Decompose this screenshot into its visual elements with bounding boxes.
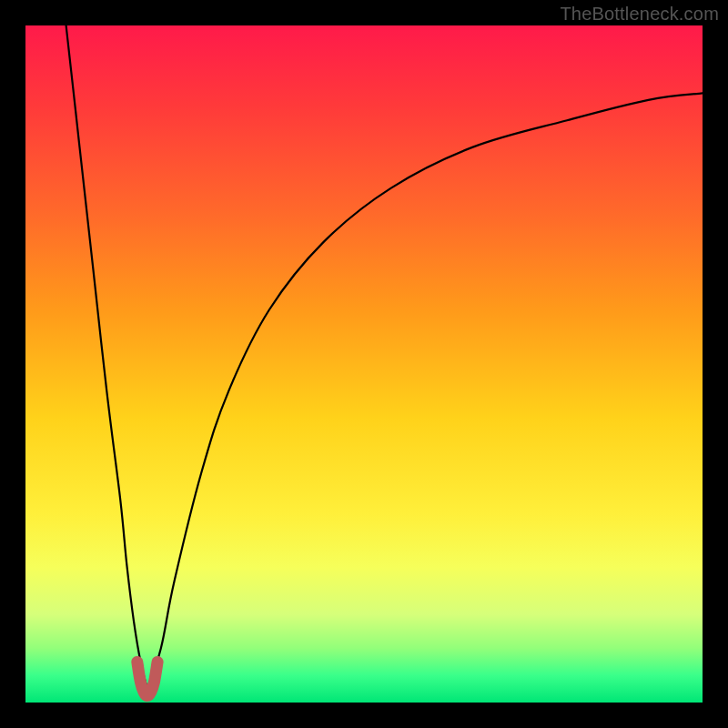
watermark-label: TheBottleneck.com — [560, 4, 719, 25]
curve-layer — [25, 25, 703, 703]
chart-frame: TheBottleneck.com — [0, 0, 728, 728]
curve-right-branch — [147, 93, 703, 689]
plot-area — [25, 25, 703, 703]
bottleneck-curve — [66, 25, 703, 689]
u-marker — [137, 662, 157, 695]
curve-left-branch — [66, 25, 147, 689]
